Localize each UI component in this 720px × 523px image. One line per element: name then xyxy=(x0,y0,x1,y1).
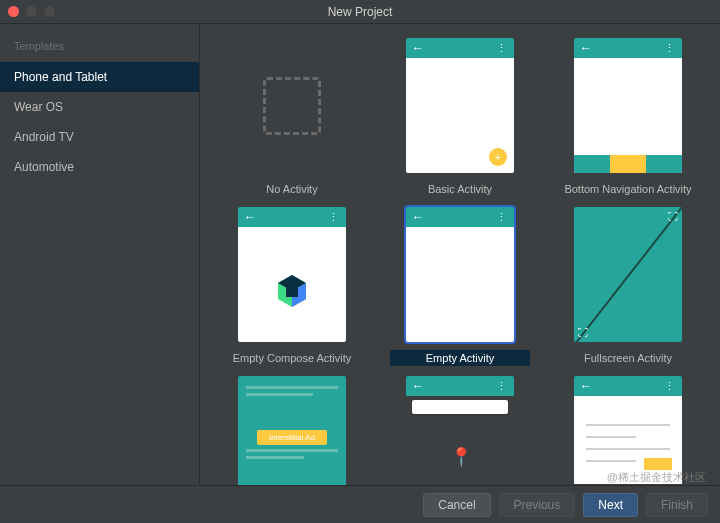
minimize-icon[interactable] xyxy=(26,6,37,17)
collapse-icon: ⛶ xyxy=(578,327,588,338)
template-bottom-navigation-activity[interactable]: ←⋮Bottom Navigation Activity xyxy=(556,38,700,197)
template-fullscreen-activity[interactable]: ⛶⛶Fullscreen Activity xyxy=(556,207,700,366)
menu-icon: ⋮ xyxy=(496,42,508,55)
menu-icon: ⋮ xyxy=(664,380,676,393)
compose-logo-icon xyxy=(272,271,312,311)
template-map[interactable]: ←⋮📍 xyxy=(388,376,532,485)
svg-marker-3 xyxy=(286,287,298,297)
watermark: @稀土掘金技术社区 xyxy=(607,470,706,485)
sidebar-item-wear-os[interactable]: Wear OS xyxy=(0,92,199,122)
fab-icon: + xyxy=(489,148,507,166)
template-thumbnail: ←⋮ xyxy=(574,376,682,485)
back-icon: ← xyxy=(244,210,256,224)
back-icon: ← xyxy=(412,41,424,55)
finish-button[interactable]: Finish xyxy=(646,493,708,517)
sidebar-item-automotive[interactable]: Automotive xyxy=(0,152,199,182)
back-icon: ← xyxy=(580,379,592,393)
previous-button[interactable]: Previous xyxy=(499,493,576,517)
back-icon: ← xyxy=(580,41,592,55)
empty-placeholder-icon xyxy=(263,77,321,135)
template-gallery: No Activity←⋮+Basic Activity←⋮Bottom Nav… xyxy=(200,24,720,485)
menu-icon: ⋮ xyxy=(496,380,508,393)
template-thumbnail: ⛶⛶ xyxy=(574,207,682,342)
template-empty-activity[interactable]: ←⋮Empty Activity xyxy=(388,207,532,366)
titlebar: New Project xyxy=(0,0,720,24)
menu-icon: ⋮ xyxy=(496,211,508,224)
window-title: New Project xyxy=(328,5,393,19)
sidebar: Templates Phone and TabletWear OSAndroid… xyxy=(0,24,200,485)
map-pin-icon: 📍 xyxy=(450,446,472,468)
template-thumbnail: ←⋮+ xyxy=(406,38,514,173)
template-label: Basic Activity xyxy=(390,181,530,197)
template-label: Empty Compose Activity xyxy=(222,350,362,366)
template-thumbnail: Interstitial Ad xyxy=(238,376,346,485)
template-ad[interactable]: Interstitial Ad xyxy=(220,376,364,485)
back-icon: ← xyxy=(412,379,424,393)
expand-icon: ⛶ xyxy=(668,211,678,222)
window-controls xyxy=(8,6,55,17)
zoom-icon[interactable] xyxy=(44,6,55,17)
template-no-activity[interactable]: No Activity xyxy=(220,38,364,197)
sidebar-item-phone-and-tablet[interactable]: Phone and Tablet xyxy=(0,62,199,92)
template-label: Empty Activity xyxy=(390,350,530,366)
template-thumbnail xyxy=(238,38,346,173)
close-icon[interactable] xyxy=(8,6,19,17)
sidebar-item-android-tv[interactable]: Android TV xyxy=(0,122,199,152)
back-icon: ← xyxy=(412,210,424,224)
footer: Cancel Previous Next Finish xyxy=(0,485,720,523)
menu-icon: ⋮ xyxy=(328,211,340,224)
template-label: Fullscreen Activity xyxy=(558,350,698,366)
next-button[interactable]: Next xyxy=(583,493,638,517)
cancel-button[interactable]: Cancel xyxy=(423,493,490,517)
template-label: No Activity xyxy=(222,181,362,197)
sidebar-header: Templates xyxy=(0,34,199,62)
template-label: Bottom Navigation Activity xyxy=(558,181,698,197)
ad-banner: Interstitial Ad xyxy=(257,430,327,445)
template-login[interactable]: ←⋮ xyxy=(556,376,700,485)
template-thumbnail: ←⋮ xyxy=(238,207,346,342)
menu-icon: ⋮ xyxy=(664,42,676,55)
submit-icon xyxy=(644,458,672,470)
template-thumbnail: ←⋮ xyxy=(574,38,682,173)
search-bar xyxy=(412,400,508,414)
template-empty-compose-activity[interactable]: ←⋮Empty Compose Activity xyxy=(220,207,364,366)
template-thumbnail: ←⋮📍 xyxy=(406,376,514,485)
template-thumbnail: ←⋮ xyxy=(406,207,514,342)
template-basic-activity[interactable]: ←⋮+Basic Activity xyxy=(388,38,532,197)
